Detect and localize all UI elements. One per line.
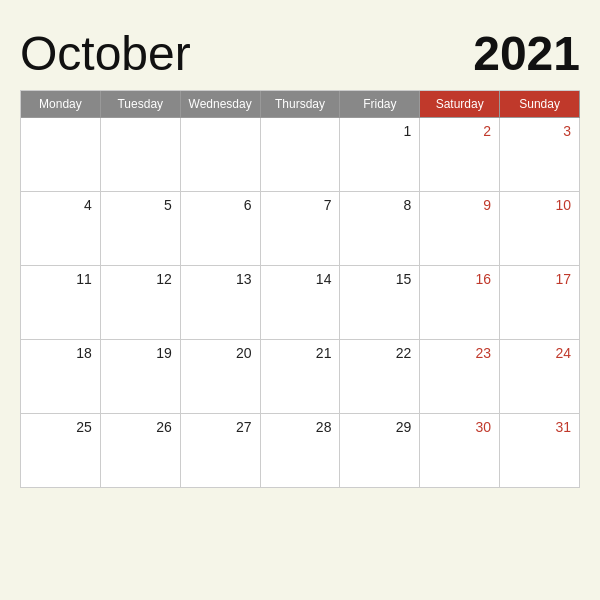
day-cell: 22 <box>340 340 420 414</box>
year-title: 2021 <box>473 30 580 78</box>
month-title: October <box>20 30 191 78</box>
weekday-header: Sunday <box>500 91 580 118</box>
day-cell: 12 <box>101 266 181 340</box>
calendar-grid: MondayTuesdayWednesdayThursdayFridaySatu… <box>20 90 580 488</box>
day-cell: 17 <box>500 266 580 340</box>
day-cell: 6 <box>181 192 261 266</box>
weekday-header: Thursday <box>261 91 341 118</box>
day-cell <box>21 118 101 192</box>
day-cell: 18 <box>21 340 101 414</box>
weekday-header: Monday <box>21 91 101 118</box>
day-cell: 21 <box>261 340 341 414</box>
day-cell: 25 <box>21 414 101 488</box>
day-cell: 8 <box>340 192 420 266</box>
day-cell: 13 <box>181 266 261 340</box>
day-cell: 28 <box>261 414 341 488</box>
day-cell: 11 <box>21 266 101 340</box>
day-cell: 3 <box>500 118 580 192</box>
weekday-header: Saturday <box>420 91 500 118</box>
day-cell: 16 <box>420 266 500 340</box>
day-cell: 31 <box>500 414 580 488</box>
weekday-header: Tuesday <box>101 91 181 118</box>
day-cell: 1 <box>340 118 420 192</box>
calendar-header: October 2021 <box>20 20 580 90</box>
day-cell: 29 <box>340 414 420 488</box>
day-cell: 27 <box>181 414 261 488</box>
day-cell: 4 <box>21 192 101 266</box>
weekday-header: Friday <box>340 91 420 118</box>
day-cell: 2 <box>420 118 500 192</box>
day-cell: 19 <box>101 340 181 414</box>
day-cell: 26 <box>101 414 181 488</box>
calendar: October 2021 MondayTuesdayWednesdayThurs… <box>20 20 580 580</box>
day-cell: 23 <box>420 340 500 414</box>
day-cell: 5 <box>101 192 181 266</box>
day-cell: 7 <box>261 192 341 266</box>
day-cell: 14 <box>261 266 341 340</box>
day-cell: 30 <box>420 414 500 488</box>
day-cell: 15 <box>340 266 420 340</box>
weekday-header: Wednesday <box>181 91 261 118</box>
day-cell <box>261 118 341 192</box>
day-cell: 24 <box>500 340 580 414</box>
day-cell: 20 <box>181 340 261 414</box>
day-cell: 9 <box>420 192 500 266</box>
day-cell <box>101 118 181 192</box>
day-cell: 10 <box>500 192 580 266</box>
day-cell <box>181 118 261 192</box>
